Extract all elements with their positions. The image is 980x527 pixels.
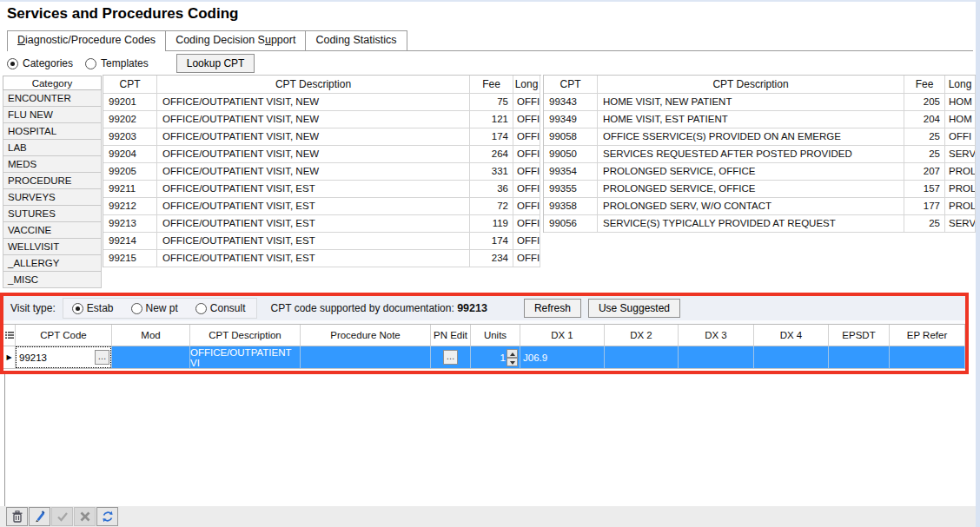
category-item[interactable]: HOSPITAL — [3, 123, 102, 140]
categories-radio-label: Categories — [23, 57, 73, 69]
category-item[interactable]: SUTURES — [3, 206, 102, 222]
units-cell[interactable]: 1 — [471, 346, 520, 369]
category-header: Category — [3, 76, 102, 90]
procedure-grid: CPT Code Mod CPT Description Procedure N… — [3, 324, 965, 369]
col-header-pn-edit[interactable]: PN Edit — [431, 325, 471, 346]
highlighted-coding-section: Visit type: Estab New pt Consult CPT cod… — [0, 293, 969, 374]
refresh-rows-button[interactable] — [96, 507, 118, 526]
supported-cpt-text: CPT code supported by documentation: 992… — [271, 302, 487, 314]
page-title: Services and Procedures Coding — [7, 5, 238, 23]
categories-radio[interactable] — [7, 58, 18, 69]
cpt-table-row[interactable]: 99358 PROLONGED SERV, W/O CONTACT 177 PR… — [544, 198, 976, 215]
edit-row-button[interactable] — [29, 507, 50, 526]
dx3-cell[interactable] — [679, 346, 754, 369]
estab-radio[interactable] — [72, 303, 83, 314]
units-spin-up-icon[interactable] — [507, 349, 518, 358]
pn-edit-cell[interactable]: … — [431, 346, 471, 369]
visit-type-estab[interactable]: Estab — [72, 302, 114, 314]
cpt-table-row[interactable]: 99212 OFFICE/OUTPATIENT VISIT, EST 72 OF… — [103, 198, 541, 215]
col-header-units[interactable]: Units — [471, 325, 520, 346]
cpt-table-row[interactable]: 99058 OFFICE SSERVICE(S) PROVIDED ON AN … — [544, 128, 976, 146]
delete-row-button[interactable] — [6, 507, 28, 526]
cpt-table-row[interactable]: 99205 OFFICE/OUTPATIENT VISIT, NEW 331 O… — [103, 163, 541, 181]
category-item[interactable]: _ALLERGY — [3, 255, 102, 272]
new-pt-radio[interactable] — [131, 303, 142, 314]
cpt-code-cell[interactable]: 99213 … — [16, 346, 112, 369]
refresh-button[interactable]: Refresh — [524, 299, 581, 318]
dx1-cell[interactable]: J06.9 — [520, 346, 605, 369]
cpt-table-header: CPT CPT Description Fee Long — [103, 76, 541, 94]
services-procedures-coding-window: Services and Procedures Coding Diagnosti… — [0, 0, 980, 527]
tab-coding-decision-support[interactable]: Coding Decision Support — [165, 30, 306, 50]
category-item[interactable]: FLU NEW — [3, 107, 102, 123]
procedure-grid-selected-row[interactable]: ▶ 99213 … OFFICE/OUTPATIENT VI … 1 — [3, 346, 965, 369]
cpt-code-editbox[interactable]: 99213 … — [16, 346, 111, 368]
col-header-cpt-description[interactable]: CPT Description — [190, 325, 301, 346]
cancel-button[interactable] — [74, 507, 96, 526]
cpt-table-row[interactable]: 99211 OFFICE/OUTPATIENT VISIT, EST 36 OF… — [103, 181, 541, 198]
dx2-cell[interactable] — [605, 346, 679, 369]
cpt-table-row[interactable]: 99056 SERVICE(S) TYPICALLY PROVIDED AT R… — [544, 215, 976, 233]
grid-options-icon — [5, 331, 14, 339]
visit-type-new-pt[interactable]: New pt — [131, 302, 178, 314]
lookup-cpt-button[interactable]: Lookup CPT — [176, 54, 255, 73]
cpt-table-row[interactable]: 99050 SERVICES REQUESTED AFTER POSTED PR… — [544, 146, 976, 163]
category-item[interactable]: WELLVISIT — [3, 239, 102, 255]
col-header-dx2[interactable]: DX 2 — [605, 325, 679, 346]
dx4-cell[interactable] — [754, 346, 829, 369]
cpt-table-row[interactable]: 99213 OFFICE/OUTPATIENT VISIT, EST 119 O… — [103, 215, 541, 233]
category-item[interactable]: PROCEDURE — [3, 173, 102, 189]
units-spin-down-icon[interactable] — [507, 358, 518, 366]
cpt-table-row[interactable]: 99202 OFFICE/OUTPATIENT VISIT, NEW 121 O… — [103, 111, 541, 128]
category-item[interactable]: MEDS — [3, 156, 102, 173]
ep-refer-cell[interactable] — [890, 346, 965, 369]
cpt-table-office-visits: CPT CPT Description Fee Long 99201 OFFIC… — [103, 75, 541, 267]
pn-edit-ellipsis-button[interactable]: … — [443, 350, 458, 365]
category-list: ENCOUNTERFLU NEWHOSPITALLABMEDSPROCEDURE… — [3, 90, 102, 288]
row-selector-cell: ▶ — [3, 346, 16, 369]
col-header-epsdt[interactable]: EPSDT — [829, 325, 890, 346]
accept-button[interactable] — [51, 507, 73, 526]
col-header-procedure-note[interactable]: Procedure Note — [301, 325, 431, 346]
tab-coding-statistics[interactable]: Coding Statistics — [305, 30, 407, 50]
epsdt-cell[interactable] — [829, 346, 890, 369]
visit-type-consult[interactable]: Consult — [195, 302, 246, 314]
cpt-table-row[interactable]: 99201 OFFICE/OUTPATIENT VISIT, NEW 75 OF… — [103, 94, 541, 111]
use-suggested-button[interactable]: Use Suggested — [588, 299, 680, 318]
col-header-mod[interactable]: Mod — [112, 325, 190, 346]
mod-cell[interactable] — [112, 346, 190, 369]
x-icon — [79, 511, 91, 523]
category-item[interactable]: VACCINE — [3, 222, 102, 239]
category-item[interactable]: ENCOUNTER — [3, 90, 102, 107]
cpt-table-row[interactable]: 99203 OFFICE/OUTPATIENT VISIT, NEW 174 O… — [103, 128, 541, 146]
col-header-ep-refer[interactable]: EP Refer — [890, 325, 965, 346]
cpt-table-row[interactable]: 99349 HOME VISIT, EST PATIENT 204 HOM — [544, 111, 976, 128]
cpt-table-row[interactable]: 99354 PROLONGED SERVICE, OFFICE 207 PROL — [544, 163, 976, 181]
category-item[interactable]: _MISC — [3, 272, 102, 288]
col-header-dx1[interactable]: DX 1 — [520, 325, 605, 346]
procedure-note-cell[interactable] — [301, 346, 431, 369]
tab-bar: Diagnostic/Procedure Codes Coding Decisi… — [7, 30, 973, 51]
cpt-lookup-ellipsis-button[interactable]: … — [95, 350, 109, 365]
refresh-icon — [102, 511, 114, 523]
cpt-table-row[interactable]: 99215 OFFICE/OUTPATIENT VISIT, EST 234 O… — [103, 250, 541, 267]
col-header-dx3[interactable]: DX 3 — [679, 325, 754, 346]
cpt-description-cell[interactable]: OFFICE/OUTPATIENT VI — [190, 346, 301, 369]
cpt-table-header: CPT CPT Description Fee Long — [544, 76, 976, 94]
cpt-table-row[interactable]: 99343 HOME VISIT, NEW PATIENT 205 HOM — [544, 94, 976, 111]
category-item[interactable]: SURVEYS — [3, 189, 102, 206]
cpt-table-row[interactable]: 99204 OFFICE/OUTPATIENT VISIT, NEW 264 O… — [103, 146, 541, 163]
category-item[interactable]: LAB — [3, 140, 102, 156]
cpt-table-row[interactable]: 99214 OFFICE/OUTPATIENT VISIT, EST 174 O… — [103, 233, 541, 250]
cpt-table-body: 99343 HOME VISIT, NEW PATIENT 205 HOM 99… — [544, 94, 976, 233]
consult-radio[interactable] — [195, 303, 207, 314]
units-spinner — [507, 349, 518, 366]
templates-radio[interactable] — [85, 58, 96, 69]
grid-options-cell[interactable] — [3, 325, 16, 346]
col-header-dx4[interactable]: DX 4 — [754, 325, 829, 346]
col-header-cpt-code[interactable]: CPT Code — [16, 325, 112, 346]
tab-diagnostic-procedure-codes[interactable]: Diagnostic/Procedure Codes — [7, 30, 166, 51]
cpt-table-row[interactable]: 99355 PROLONGED SERVICE, OFFICE 157 PROL — [544, 181, 976, 198]
window-top-edge — [0, 0, 980, 2]
trash-icon — [11, 511, 23, 523]
